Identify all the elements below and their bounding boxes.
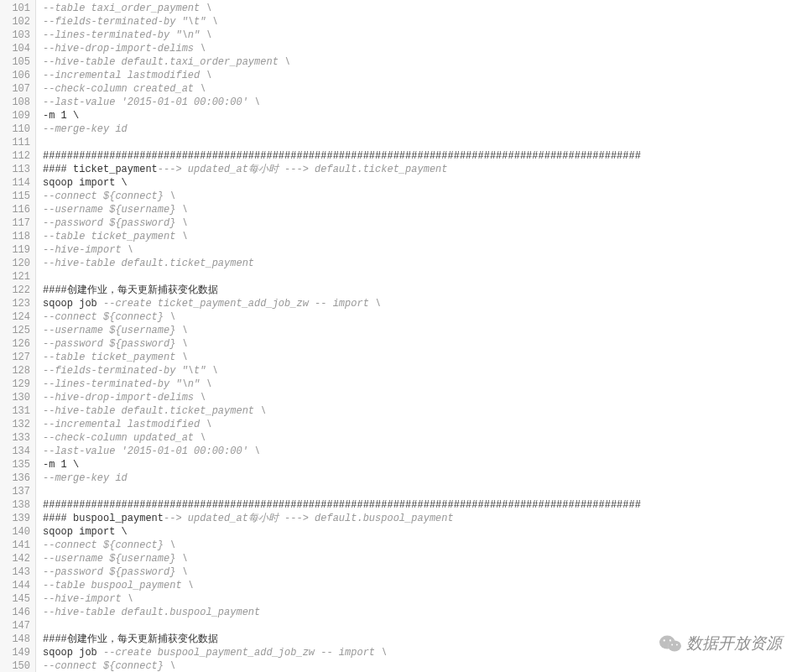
code-line: sqoop import \ (43, 176, 802, 190)
line-number: 127 (3, 351, 30, 364)
comment-text: --hive-drop-import-delims \ (43, 43, 206, 55)
line-number: 138 (3, 498, 30, 512)
comment-text: --hive-import \ (43, 593, 133, 605)
comment-text: --connect ${connect} \ (43, 311, 175, 323)
line-number: 147 (3, 619, 30, 633)
code-line: -m 1 \ (43, 109, 802, 122)
code-text: sqoop job (43, 647, 103, 659)
code-line: --hive-import \ (43, 592, 802, 606)
code-line (43, 270, 802, 284)
line-number: 105 (3, 55, 30, 69)
comment-text: --table ticket_payment \ (43, 352, 188, 363)
code-line: --hive-table default.ticket_payment \ (43, 404, 802, 418)
code-line: --connect ${connect} \ (43, 539, 802, 552)
line-number: 140 (3, 525, 30, 539)
code-text: sqoop import \ (43, 177, 128, 189)
line-number: 116 (3, 203, 30, 216)
code-line: --hive-table default.ticket_payment (43, 257, 802, 270)
comment-text: --create buspool_payment_add_job_zw -- i… (103, 647, 387, 659)
comment-text: --last-value '2015-01-01 00:00:00' \ (43, 445, 260, 457)
code-line: --connect ${connect} \ (43, 310, 802, 324)
line-number: 131 (3, 404, 30, 418)
code-line: --username ${username} \ (43, 552, 802, 565)
comment-text: --merge-key id (43, 472, 128, 484)
line-number: 112 (3, 149, 30, 163)
line-number: 130 (3, 391, 30, 404)
comment-text: --lines-terminated-by "\n" \ (43, 378, 212, 390)
comment-text: --merge-key id (43, 123, 128, 135)
code-text: sqoop job (43, 298, 103, 310)
line-number: 137 (3, 485, 30, 498)
comment-text: --table ticket_payment \ (43, 231, 188, 242)
line-number: 142 (3, 552, 30, 565)
code-text: -m 1 \ (43, 110, 79, 122)
comment-text: --password ${password} \ (43, 217, 188, 229)
comment-text: --table taxi_order_payment \ (43, 3, 212, 14)
code-line: ########################################… (43, 149, 802, 163)
line-number: 125 (3, 324, 30, 337)
comment-text: --fields-terminated-by "\t" \ (43, 365, 218, 377)
comment-text: --connect ${connect} \ (43, 660, 175, 672)
comment-text: --fields-terminated-by "\t" \ (43, 16, 218, 28)
line-number: 149 (3, 646, 30, 659)
line-number: 150 (3, 659, 30, 672)
hash-text: ########################################… (43, 499, 641, 511)
line-number: 107 (3, 82, 30, 96)
code-line: --password ${password} \ (43, 337, 802, 351)
line-number: 133 (3, 431, 30, 445)
line-number: 111 (3, 136, 30, 149)
comment-text: --username ${username} \ (43, 204, 188, 216)
code-line: --merge-key id (43, 122, 802, 136)
comment-text: --password ${password} \ (43, 566, 188, 578)
line-number: 126 (3, 337, 30, 351)
line-number: 122 (3, 284, 30, 297)
code-line: --merge-key id (43, 471, 802, 485)
line-number: 134 (3, 445, 30, 458)
comment-text: --connect ${connect} \ (43, 190, 175, 202)
line-number: 101 (3, 2, 30, 15)
line-number: 128 (3, 364, 30, 378)
line-number: 106 (3, 69, 30, 82)
code-line: #### ticket_payment---> updated_at每小时 --… (43, 163, 802, 176)
code-line: ####创建作业，每天更新捕获变化数据 (43, 633, 802, 646)
comment-text: --hive-table default.taxi_order_payment … (43, 56, 290, 68)
code-line: --connect ${connect} \ (43, 190, 802, 203)
comment-text: --create ticket_payment_add_job_zw -- im… (103, 298, 381, 310)
comment-text: --incremental lastmodified \ (43, 419, 212, 430)
code-area[interactable]: --table taxi_order_payment \--fields-ter… (36, 0, 802, 672)
line-number: 143 (3, 565, 30, 579)
comment-text: --hive-table default.ticket_payment \ (43, 405, 266, 417)
code-line: --hive-drop-import-delims \ (43, 391, 802, 404)
comment-text: --username ${username} \ (43, 325, 188, 336)
code-line: --incremental lastmodified \ (43, 69, 802, 82)
line-number: 139 (3, 512, 30, 525)
line-number: 121 (3, 270, 30, 284)
comment-text: --last-value '2015-01-01 00:00:00' \ (43, 96, 260, 108)
line-number: 118 (3, 230, 30, 243)
code-line: --lines-terminated-by "\n" \ (43, 378, 802, 391)
code-line: --table buspool_payment \ (43, 579, 802, 592)
code-text: -m 1 \ (43, 459, 79, 471)
line-number: 115 (3, 190, 30, 203)
hash-text: ########################################… (43, 150, 641, 162)
line-number: 146 (3, 606, 30, 619)
line-number: 145 (3, 592, 30, 606)
code-line: --table taxi_order_payment \ (43, 2, 802, 15)
line-number: 103 (3, 29, 30, 42)
line-number: 135 (3, 458, 30, 471)
code-line: --incremental lastmodified \ (43, 418, 802, 431)
comment-text: --password ${password} \ (43, 338, 188, 350)
line-number: 104 (3, 42, 30, 55)
comment-text: --connect ${connect} \ (43, 539, 175, 551)
comment-text: --incremental lastmodified \ (43, 70, 212, 81)
code-line: sqoop job --create ticket_payment_add_jo… (43, 297, 802, 310)
comment-text: --lines-terminated-by "\n" \ (43, 29, 212, 41)
comment-text: --check-column created_at \ (43, 83, 206, 95)
line-number-gutter: 1011021031041051061071081091101111121131… (0, 0, 36, 672)
code-line: sqoop import \ (43, 525, 802, 539)
code-line: ####创建作业，每天更新捕获变化数据 (43, 284, 802, 297)
line-number: 132 (3, 418, 30, 431)
code-line: --connect ${connect} \ (43, 659, 802, 672)
code-line: --check-column updated_at \ (43, 431, 802, 445)
code-line: --fields-terminated-by "\t" \ (43, 364, 802, 378)
